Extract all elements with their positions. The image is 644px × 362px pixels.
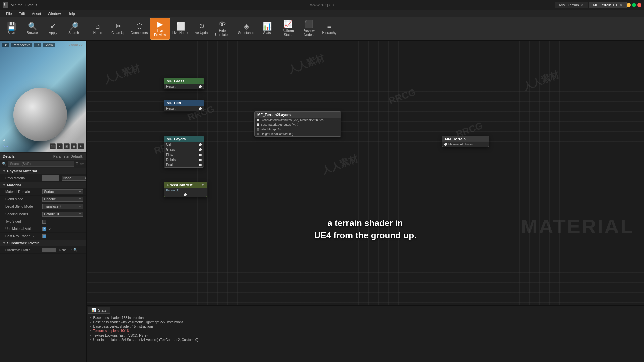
menu-edit[interactable]: Edit (15, 10, 29, 17)
node-grass-contrast[interactable]: GrassContrast ▼ Param (1) (164, 182, 207, 197)
subsurface-browse-icon[interactable]: ↩ (69, 248, 72, 252)
node-graph[interactable]: 人人素材 RRCG 人人素材 RRCG 人人素材 RRCG 人人素材 RRCG (87, 41, 644, 305)
node-mf-layers[interactable]: MF_Layers Cliff Grass Flow Debris (164, 136, 204, 168)
node-mf-layers-cliff: Cliff (164, 142, 204, 147)
node-t2l-heightblend-pin[interactable] (257, 133, 259, 135)
platform-stats-button[interactable]: 📈 Platform Stats (278, 18, 298, 40)
viewport-show[interactable]: Show (43, 43, 55, 47)
use-material-checkbox[interactable] (42, 227, 46, 231)
phys-material-swatch[interactable] (42, 175, 59, 181)
stats-icon: 📊 (91, 308, 96, 312)
close-tab-icon[interactable]: ✕ (581, 3, 584, 7)
node-mf-terrain2layers[interactable]: MF_Terrain2Layers BlendMaterialAttribute… (254, 111, 341, 137)
section-subsurface[interactable]: ▼ Subsurface Profile (0, 240, 86, 246)
cast-ray-checkbox[interactable] (42, 234, 46, 238)
save-button[interactable]: 💾 Save (1, 18, 21, 40)
node-terrain2layers-header: MF_Terrain2Layers (255, 112, 341, 118)
two-sided-row: Two Sided (0, 218, 86, 225)
eye-icon[interactable]: 👁 (80, 162, 84, 166)
search-button[interactable]: 🔎 Search (64, 18, 84, 40)
viewport-ctrl-2[interactable]: ● (57, 143, 63, 149)
stat-item-2: Base pass vertex shader: 45 instructions (90, 324, 641, 329)
left-panel: ▼ Perspective Lit Show Z↑X→ ⬛ ● ▣ ◼ ✦ Zo… (0, 41, 87, 362)
cleanup-button[interactable]: ✂ Clean Up (108, 18, 128, 40)
viewport-ctrl-4[interactable]: ◼ (71, 143, 77, 149)
node-mf-grass[interactable]: MF_Grass Result (164, 78, 204, 89)
viewport-lighting[interactable]: Lit (34, 43, 41, 47)
blend-mode-dropdown[interactable]: Opaque ▼ (42, 197, 83, 202)
node-mm-terrain[interactable]: MM_Terrain Material Attributes (442, 136, 489, 147)
subsurface-arrow-icon: ▼ (3, 241, 6, 245)
substance-button[interactable]: ◈ Substance (236, 18, 256, 40)
tab-mm-terrain[interactable]: MM_Terrain ✕ (555, 2, 588, 8)
search-input[interactable] (8, 161, 74, 167)
two-sided-checkbox[interactable] (42, 220, 46, 224)
live-update-button[interactable]: ↻ Live Update (192, 18, 212, 40)
close-button[interactable] (637, 3, 641, 7)
toolbar: 💾 Save 🔍 Browse ✔ Apply 🔎 Search ⌂ Home … (0, 17, 644, 41)
subsurface-swatch[interactable] (42, 248, 56, 252)
viewport-preview[interactable]: ▼ Perspective Lit Show Z↑X→ ⬛ ● ▣ ◼ ✦ Zo… (0, 41, 86, 152)
menu-asset[interactable]: Asset (29, 10, 45, 17)
node-mf-layers-flow-pin[interactable] (199, 154, 202, 156)
minimize-button[interactable] (627, 3, 631, 7)
preview-nodes-button[interactable]: ⬛ Preview Nodes (299, 18, 319, 40)
list-icon[interactable]: ☰ (75, 162, 79, 166)
node-mf-cliff[interactable]: MF_Cliff Result (164, 100, 204, 111)
node-mf-layers-debris-pin[interactable] (199, 159, 202, 161)
node-t2l-base-pin[interactable] (257, 123, 259, 126)
menu-window[interactable]: Window (44, 10, 64, 17)
hierarchy-button[interactable]: ≡ Hierarchy (319, 18, 339, 40)
apply-button[interactable]: ✔ Apply (43, 18, 63, 40)
connectors-button[interactable]: ⬡ Connectors (129, 18, 149, 40)
node-t2l-blend: BlendMaterialAttributes (MA) MaterialAtt… (255, 118, 341, 122)
blend-mode-row: Blend Mode Opaque ▼ (0, 196, 86, 203)
node-mf-layers-grass-pin[interactable] (199, 148, 202, 151)
node-mf-cliff-result: Result (164, 106, 204, 111)
node-mf-layers-cliff-pin[interactable] (199, 143, 202, 146)
decal-blend-dropdown[interactable]: Translucent ▼ (42, 204, 83, 209)
tab-ml-terrain[interactable]: ML_Terrain_01 ✕ (589, 2, 627, 8)
shading-model-dropdown[interactable]: Default Lit ▼ (42, 212, 83, 217)
node-mf-cliff-result-pin[interactable] (199, 107, 202, 110)
material-domain-dropdown[interactable]: Surface ▼ (42, 189, 83, 194)
phys-material-dropdown[interactable]: None ▼ (62, 176, 86, 181)
section-label: Physical Material (7, 169, 37, 173)
browse-button[interactable]: 🔍 Browse (22, 18, 42, 40)
stat-item-5: User interpolators: 2/4 Scalars (1/4 Vec… (90, 338, 641, 342)
node-t2l-blend-pin[interactable] (257, 119, 259, 121)
node-t2l-weightmap-pin[interactable] (257, 128, 259, 131)
stats-tab[interactable]: 📊 Stats (88, 307, 110, 314)
subsurface-find-icon[interactable]: 🔍 (73, 248, 77, 252)
node-mf-grass-header: MF_Grass (164, 78, 204, 84)
section-material[interactable]: ▼ Material (0, 182, 86, 188)
maximize-button[interactable] (632, 3, 636, 7)
live-nodes-button[interactable]: ⬜ Live Nodes (171, 18, 191, 40)
viewport-ctrl-1[interactable]: ⬛ (50, 143, 56, 149)
node-t2l-base: BaseMaterialAttributes (MA) (255, 122, 341, 127)
close-tab-active-icon[interactable]: ✕ (620, 3, 622, 7)
bottom-area: 📊 Stats Base pass shader: 153 instructio… (87, 305, 644, 362)
node-t2l-heightblend: HeightBlendContrast (S) (255, 132, 341, 136)
viewport-dropdown-icon[interactable]: ▼ (2, 43, 9, 47)
home-button[interactable]: ⌂ Home (88, 18, 108, 40)
menu-file[interactable]: File (3, 10, 15, 17)
details-header: Details Parameter Default: (0, 153, 86, 160)
node-mf-layers-peaks: Peaks (164, 162, 204, 167)
viewport-ctrl-5[interactable]: ✦ (78, 143, 84, 149)
node-grass-contrast-header: GrassContrast ▼ (164, 182, 207, 188)
hide-unrelated-button[interactable]: 👁 Hide Unrelated (212, 18, 232, 40)
node-mm-terrain-pin[interactable] (444, 143, 447, 146)
viewport-perspective[interactable]: Perspective (11, 43, 32, 47)
watermark-title: www.rrcg.cn (310, 2, 334, 7)
node-grass-contrast-out-pin[interactable] (184, 193, 187, 196)
section-physical-material[interactable]: ▼ Physical Material (0, 168, 86, 174)
menu-help[interactable]: Help (64, 10, 78, 17)
live-preview-button[interactable]: ▶ Live Preview (150, 18, 170, 40)
stats-button[interactable]: 📊 Stats (257, 18, 277, 40)
window-controls (627, 3, 641, 7)
node-mf-grass-result-pin[interactable] (199, 85, 202, 88)
node-mf-layers-peaks-pin[interactable] (199, 164, 202, 166)
use-material-row: Use Material Attri ✓ (0, 225, 86, 233)
viewport-ctrl-3[interactable]: ▣ (64, 143, 70, 149)
